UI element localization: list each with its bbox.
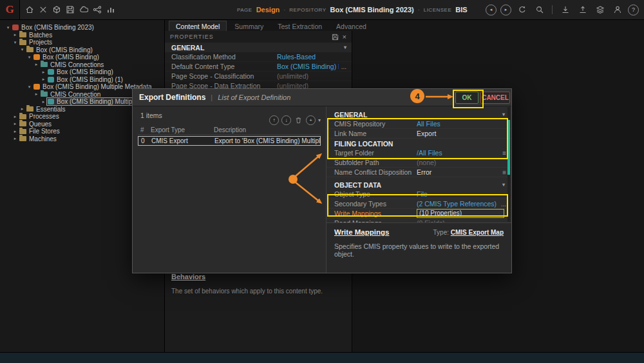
add-icon[interactable]: + xyxy=(306,115,316,125)
property-row-cmis-repository: CMIS Repository All Files xyxy=(327,119,511,129)
tab-test-extraction[interactable]: Test Extraction xyxy=(271,21,328,31)
expander-icon[interactable]: ▾ xyxy=(26,55,32,60)
column-export-type: Export Type xyxy=(151,126,214,133)
workflow-icon[interactable] xyxy=(90,0,104,19)
layers-icon[interactable] xyxy=(593,0,607,19)
property-value[interactable]: All Files xyxy=(417,120,506,128)
batches-icon[interactable] xyxy=(50,0,63,19)
property-value[interactable]: /All Files xyxy=(417,149,500,157)
page-value[interactable]: Design xyxy=(256,6,280,14)
save-icon[interactable] xyxy=(63,0,77,19)
cancel-button[interactable]: CANCEL xyxy=(480,92,510,104)
property-row-secondary-types: Secondary Types (2 CMIS Type References)… xyxy=(327,199,511,209)
property-value[interactable]: (2 CMIS Type References) xyxy=(417,200,498,208)
separator-dot: · xyxy=(418,6,420,13)
move-up-icon[interactable]: ↑ xyxy=(269,115,279,125)
property-value[interactable]: Rules-Based xyxy=(277,53,346,61)
tree-item-label: Essentials xyxy=(36,106,66,113)
property-label: Name Conflict Disposition xyxy=(334,168,417,176)
expander-icon[interactable]: ▾ xyxy=(19,47,25,52)
expander-icon[interactable]: ▸ xyxy=(33,62,39,67)
property-value[interactable]: Export xyxy=(417,130,506,137)
app-logo-letter: G xyxy=(5,3,14,16)
repository-value[interactable]: Box (CMIS Binding 2023) xyxy=(330,6,414,14)
section-general[interactable]: GENERAL ▾ xyxy=(327,110,511,119)
section-general[interactable]: GENERAL ▾ xyxy=(165,43,352,52)
property-label: Secondary Types xyxy=(334,200,417,208)
connection-icon xyxy=(48,77,54,83)
chevron-down-icon[interactable]: ▾ xyxy=(502,112,505,117)
help-icon[interactable]: ? xyxy=(628,5,639,15)
expander-icon[interactable]: ▸ xyxy=(41,77,46,82)
scrollbar-track[interactable] xyxy=(507,107,510,222)
tree-item-label: Batches xyxy=(29,32,52,39)
expander-icon[interactable]: ▾ xyxy=(5,25,11,30)
expander-icon[interactable]: ▸ xyxy=(41,70,46,75)
property-label: Page Scope - Classification xyxy=(171,72,277,80)
tree-item-label: Box (CMIS Binding 2023) xyxy=(21,24,94,31)
expander-icon[interactable]: ▾ xyxy=(12,40,18,45)
close-properties-icon[interactable]: × xyxy=(343,33,346,41)
topbar-right-icons: ◄ ► ? xyxy=(486,0,639,19)
move-down-icon[interactable]: ↓ xyxy=(281,115,291,125)
connection-icon xyxy=(48,69,54,75)
dialog-subtitle: List of Export Definition xyxy=(218,93,290,101)
behaviors-title: Behaviors xyxy=(171,273,205,280)
property-row-page-scope-classification: Page Scope - Classification (unlimited) xyxy=(165,72,352,81)
expander-icon[interactable]: ▸ xyxy=(12,32,18,37)
export-definition-row[interactable]: 0 CMIS Export Export to 'Box (CMIS Bindi… xyxy=(138,136,321,146)
separator-dot: · xyxy=(283,6,285,13)
property-label: Default Content Type xyxy=(171,63,277,70)
section-filing-location[interactable]: FILING LOCATION xyxy=(327,139,511,148)
ok-button[interactable]: OK xyxy=(455,92,478,104)
expander-icon[interactable]: ▸ xyxy=(12,129,18,134)
tab-content-model[interactable]: Content Model xyxy=(169,21,227,31)
section-general-label: GENERAL xyxy=(171,44,204,52)
property-value[interactable]: Box (CMIS Binding) Multiple Met... xyxy=(277,63,339,70)
home-icon[interactable] xyxy=(23,0,36,19)
user-icon[interactable] xyxy=(611,0,624,19)
forward-icon[interactable]: ► xyxy=(500,5,511,15)
upload-icon[interactable] xyxy=(576,0,589,19)
help-type-value[interactable]: CMIS Export Map xyxy=(451,229,504,236)
expander-icon[interactable]: ▸ xyxy=(12,121,18,126)
app-logo[interactable]: G xyxy=(0,0,20,19)
save-properties-icon[interactable] xyxy=(332,34,339,41)
row-number: 0 xyxy=(138,137,151,144)
ellipsis-icon[interactable]: ... xyxy=(341,63,346,70)
expander-icon[interactable]: ▸ xyxy=(12,136,18,141)
context-breadcrumb: PAGE Design · REPOSITORY Box (CMIS Bindi… xyxy=(237,0,468,19)
property-value[interactable]: (unlimited) xyxy=(277,72,346,80)
property-value[interactable]: File xyxy=(417,190,506,198)
add-dropdown-icon[interactable]: ▾ xyxy=(318,117,321,123)
property-label: Target Folder xyxy=(334,149,417,157)
connection-icon xyxy=(48,99,54,104)
property-value[interactable]: (none) xyxy=(417,159,506,166)
folder-icon xyxy=(19,32,26,37)
chart-icon[interactable] xyxy=(104,0,117,19)
expander-icon[interactable]: ▸ xyxy=(12,114,18,119)
scrollbar-thumb[interactable] xyxy=(507,120,510,175)
property-label: Classification Method xyxy=(171,53,277,61)
cloud-icon[interactable] xyxy=(77,0,90,19)
menu-icon[interactable]: ≡ xyxy=(502,150,506,157)
search-icon[interactable] xyxy=(533,0,546,19)
chevron-down-icon[interactable]: ▾ xyxy=(502,182,505,188)
expander-icon[interactable]: ▸ xyxy=(19,106,25,112)
refresh-icon[interactable] xyxy=(515,0,529,19)
chevron-down-icon[interactable]: ▾ xyxy=(344,44,346,50)
tools-icon[interactable] xyxy=(36,0,50,19)
expander-icon[interactable]: ▸ xyxy=(41,99,46,104)
tab-summary[interactable]: Summary xyxy=(228,21,270,31)
tab-advanced[interactable]: Advanced xyxy=(330,21,373,31)
toolbar-icons xyxy=(23,0,117,19)
menu-icon[interactable]: ≡ xyxy=(502,169,506,176)
back-icon[interactable]: ◄ xyxy=(486,5,497,15)
download-icon[interactable] xyxy=(558,0,572,19)
property-value[interactable]: Error xyxy=(417,168,500,176)
expander-icon[interactable]: ▾ xyxy=(26,84,32,90)
ellipsis-icon[interactable]: ... xyxy=(501,201,506,208)
expander-icon[interactable]: ▸ xyxy=(33,92,39,97)
section-object-data[interactable]: OBJECT DATA ▾ xyxy=(327,180,511,190)
write-mappings-value-field[interactable]: (10 Properties) xyxy=(417,209,504,218)
